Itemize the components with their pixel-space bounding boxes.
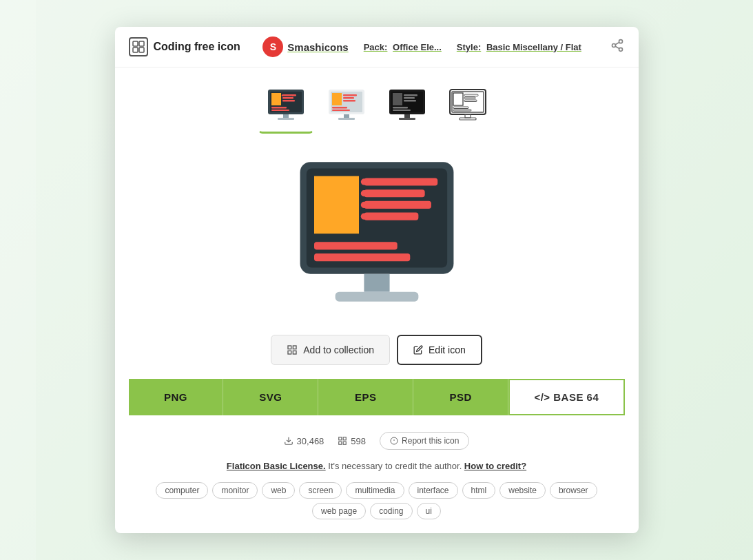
svg-rect-68 [364,274,389,292]
how-to-credit-link[interactable]: How to credit? [464,461,526,471]
svg-rect-24 [343,94,357,96]
modal-title: Coding free icon [154,41,240,53]
header-center: S Smashicons Pack: Office Ele... Style: … [262,37,581,57]
svg-rect-17 [283,114,289,118]
tag-ui[interactable]: ui [417,503,441,519]
svg-rect-48 [453,110,471,111]
svg-rect-3 [139,48,144,52]
tag-html[interactable]: html [462,482,496,499]
svg-rect-75 [339,437,342,440]
tag-coding[interactable]: coding [370,503,412,519]
variant-dark[interactable] [380,79,435,134]
main-icon-svg [287,153,466,318]
share-icon[interactable] [610,39,624,56]
svg-rect-13 [282,97,293,99]
downloads-count: 30,468 [297,436,324,446]
svg-rect-35 [404,97,415,99]
flaticon-logo: Coding free icon [129,37,240,56]
svg-rect-18 [278,118,294,120]
download-base64-button[interactable]: </> BASE 64 [508,379,624,415]
svg-point-63 [413,190,420,196]
license-row: Flaticon Basic License. It's necessary t… [115,458,639,478]
svg-point-5 [612,43,616,47]
svg-rect-37 [393,107,408,109]
tags-row: computermonitorwebscreenmultimediainterf… [115,478,639,533]
svg-rect-45 [464,97,475,99]
svg-point-20 [291,94,293,96]
action-buttons: Add to collection Edit icon [115,335,639,379]
report-button[interactable]: Report this icon [380,432,469,450]
header-pack: Pack: Office Ele... [364,42,442,52]
style-label: Style: [457,42,481,52]
collections-stat: 598 [338,436,366,446]
svg-rect-33 [393,93,402,105]
download-eps-button[interactable]: EPS [318,379,413,415]
tag-browser[interactable]: browser [550,482,597,499]
svg-rect-36 [404,100,416,102]
svg-rect-71 [293,346,297,349]
svg-rect-44 [464,94,478,96]
variants-row [115,68,639,139]
download-icon [284,436,293,446]
tag-website[interactable]: website [499,482,546,499]
tag-monitor[interactable]: monitor [212,482,258,499]
variant-color2[interactable] [319,79,374,134]
add-to-collection-button[interactable]: Add to collection [271,335,390,365]
smashicons-name[interactable]: Smashicons [287,41,348,53]
tag-computer[interactable]: computer [156,482,208,499]
svg-rect-76 [344,437,347,440]
flaticon-logo-icon [129,37,148,56]
svg-point-4 [619,39,623,43]
style-name[interactable]: Basic Miscellany / Flat [486,42,581,52]
downloads-stat: 30,468 [284,436,324,446]
tag-web-page[interactable]: web page [312,503,366,519]
grid-icon [338,436,347,446]
tag-web[interactable]: web [262,482,295,499]
svg-rect-34 [404,94,417,96]
pack-label: Pack: [364,42,388,52]
svg-label: SVG [259,391,282,403]
svg-rect-70 [288,346,291,349]
svg-rect-53 [314,176,359,234]
svg-line-8 [616,42,620,44]
download-png-button[interactable]: PNG [129,379,224,415]
svg-point-6 [619,48,623,51]
svg-rect-43 [453,93,463,105]
svg-rect-25 [343,97,354,99]
svg-rect-58 [314,242,398,249]
tag-screen[interactable]: screen [299,482,342,499]
icon-detail-modal: Coding free icon S Smashicons Pack: Offi… [115,27,639,533]
svg-rect-78 [339,442,342,444]
download-svg-button[interactable]: SVG [223,379,318,415]
variant-outline[interactable] [440,79,495,134]
svg-point-19 [281,94,282,96]
svg-point-66 [360,214,367,220]
pack-name[interactable]: Office Ele... [393,42,442,52]
edit-icon-label: Edit icon [429,344,466,355]
header-style: Style: Basic Miscellany / Flat [457,42,581,52]
svg-rect-1 [139,41,144,46]
smashicons-avatar: S [262,37,283,57]
add-collection-label: Add to collection [303,344,374,355]
svg-point-64 [360,202,367,208]
svg-rect-38 [393,110,411,111]
svg-rect-50 [460,118,476,120]
edit-icon-button[interactable]: Edit icon [397,335,482,365]
modal-header: Coding free icon S Smashicons Pack: Offi… [115,27,639,68]
variant-color[interactable] [258,79,313,134]
svg-rect-28 [332,110,350,111]
main-icon-area [115,139,639,335]
license-text: It's necessary to credit the author. [328,461,464,471]
svg-rect-59 [314,253,410,261]
smashicons-logo[interactable]: S Smashicons [262,37,348,57]
tag-interface[interactable]: interface [409,482,458,499]
tag-multimedia[interactable]: multimedia [346,482,404,499]
base64-label: </> BASE 64 [534,391,599,403]
svg-rect-40 [399,118,415,120]
collections-count: 598 [351,436,366,446]
svg-rect-26 [343,100,355,102]
svg-rect-2 [133,48,138,52]
download-psd-button[interactable]: PSD [413,379,508,415]
eps-label: EPS [355,391,377,403]
license-name[interactable]: Flaticon Basic License. [227,461,326,471]
